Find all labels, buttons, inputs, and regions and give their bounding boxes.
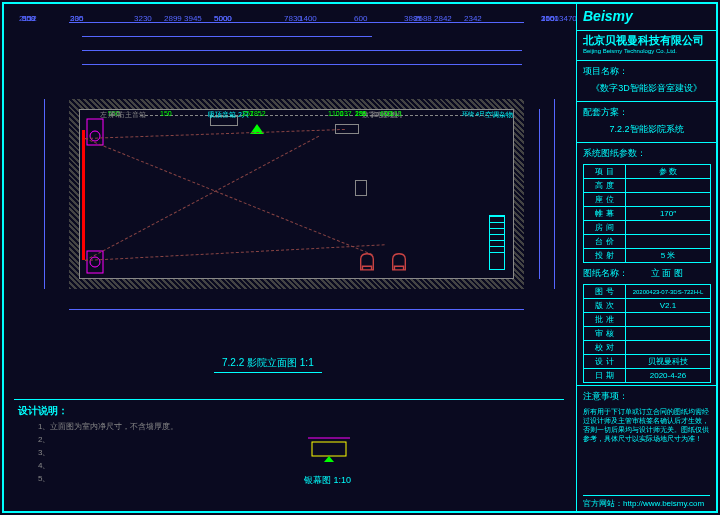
project-title: 《数字3D智能影音室建设》 (577, 80, 716, 99)
surround-box (355, 180, 367, 196)
company-name-cn: 北京贝视曼科技有限公司 (577, 33, 716, 48)
dim-250: 250 (541, 14, 554, 23)
params-table: 项 目参 数 高 度 座 位 帷 幕170″ 房 间 台 价 投 射5 米 (583, 164, 711, 263)
title-block-panel: Beismy 北京贝视曼科技有限公司 Beijing Beismy Techno… (576, 4, 716, 511)
room-outline: 550 屏幕 左 中 右主音箱 150 吸顶音箱 2只 257 数字电影机 空调… (69, 99, 524, 289)
website-url: http://www.beismy.com (623, 499, 704, 508)
scheme-value: 7.2.2智能影院系统 (577, 121, 716, 140)
dim-3230: 3230 (134, 14, 152, 23)
dim-b5000: 5000 (214, 14, 232, 23)
logo: Beismy (577, 4, 716, 28)
caution-body: 所有用于下订单或订立合同的图纸均需经过设计师及主管审核签名确认后才生效，否则一切… (577, 405, 716, 445)
svg-marker-7 (324, 456, 334, 462)
meta-table: 图 号20200423-07-3DS-722H-L 版 次V2.1 批 准 审 … (583, 284, 711, 383)
elevation-drawing: 7830 5000 200 3945 3885 335 2899 2688 80… (14, 14, 564, 374)
dim-3945: 3945 (184, 14, 202, 23)
seat (358, 248, 376, 272)
dim-335: 335 (70, 14, 83, 23)
dim-2688: 2688 (414, 14, 432, 23)
dim-2899: 2899 (164, 14, 182, 23)
svg-rect-5 (312, 442, 346, 456)
design-notes: 设计说明： 1、立面图为室内净尺寸，不含墙厚度。 2、 3、 4、 5、 (14, 399, 564, 490)
drawing-title: 7.2.2 影院立面图 1:1 (214, 354, 322, 373)
dim-3470: 3470 (559, 14, 577, 23)
dim-2842: 2842 (434, 14, 452, 23)
svg-point-1 (90, 131, 100, 141)
label-lcr: 左 中 右主音箱 (100, 110, 146, 120)
seat (390, 248, 408, 272)
dim-b600: 600 (354, 14, 367, 23)
screen-detail (304, 434, 354, 464)
screen (82, 130, 85, 260)
dim-2342: 2342 (464, 14, 482, 23)
equipment-rack (489, 215, 505, 270)
company-name-en: Beijing Beismy Technology Co.,Ltd. (577, 48, 716, 58)
dim-1400: 1400 (299, 14, 317, 23)
dim-550l: 550 (22, 14, 35, 23)
